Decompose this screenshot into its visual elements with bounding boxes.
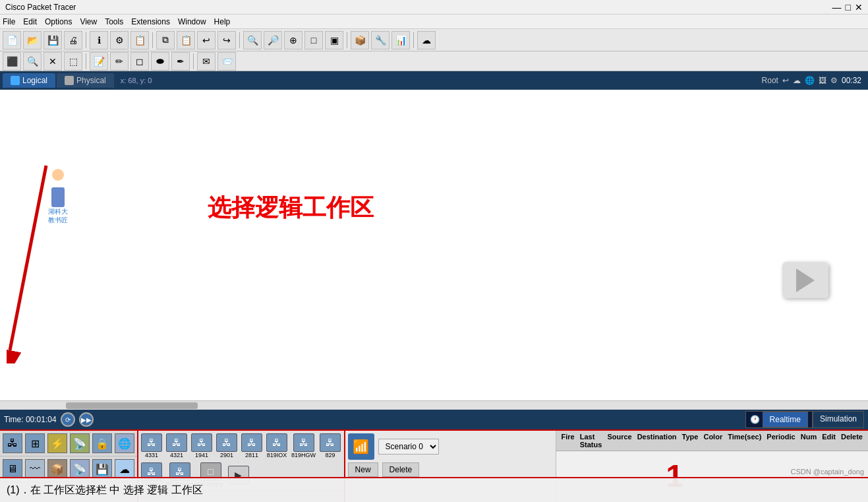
menu-edit[interactable]: Edit: [23, 17, 37, 26]
copy-btn[interactable]: ⧉: [156, 31, 175, 49]
cloud-nav-icon[interactable]: ☁: [793, 76, 801, 85]
switch-icon[interactable]: ⊞: [25, 433, 45, 453]
cloud-btn[interactable]: ☁: [417, 31, 436, 49]
instruction-overlay: (1)．在 工作区选择栏 中 选择 逻辑 工作区 CSDN @captain_d…: [0, 477, 868, 502]
zoom-out[interactable]: 🔎: [264, 31, 282, 49]
image-icon[interactable]: 🖼: [819, 76, 826, 85]
antenna-icon[interactable]: 📡: [70, 459, 90, 479]
cluster[interactable]: 🔧: [371, 31, 390, 49]
misc-icon[interactable]: 📦: [47, 459, 67, 479]
reset-time-btn[interactable]: ⟳: [61, 412, 75, 427]
activity-wizard[interactable]: 📋: [130, 31, 149, 49]
wireless-icon[interactable]: 📡: [70, 433, 90, 453]
zoom-fit[interactable]: □: [304, 31, 323, 49]
comp-829[interactable]: 🖧 829: [320, 433, 341, 458]
ellipse-tool[interactable]: ⬬: [151, 52, 169, 71]
pc-icon[interactable]: 🖥: [3, 459, 22, 479]
menu-bar: File Edit Options View Tools Extensions …: [0, 15, 868, 29]
clock-icon: 🕐: [750, 415, 760, 424]
tsep1: [86, 53, 86, 69]
col-fire: Fire: [559, 432, 577, 449]
play-button-overlay[interactable]: [782, 262, 828, 298]
toolbar2: ⬛ 🔍 ✕ ⬚ 📝 ✏ ◻ ⬬ ✒ ✉ 📨: [0, 51, 868, 71]
sep1: [86, 32, 86, 48]
character-figure: 湖科大 教书匠: [45, 169, 71, 205]
network-info[interactable]: ℹ: [90, 31, 108, 49]
menu-help[interactable]: Help: [214, 17, 231, 26]
freeform-tool[interactable]: ✒: [171, 52, 190, 71]
undo-btn[interactable]: ↩: [197, 31, 216, 49]
realtime-simulation-toggle: 🕐 Realtime Simulation: [745, 411, 864, 428]
preferences[interactable]: ⚙: [110, 31, 129, 49]
wan-icon[interactable]: 🌐: [115, 433, 134, 453]
col-last-status: Last Status: [577, 432, 605, 449]
realtime-btn[interactable]: Realtime: [763, 412, 808, 427]
tab-logical[interactable]: Logical: [3, 73, 55, 88]
menu-file[interactable]: File: [3, 17, 15, 26]
note-tool[interactable]: 📝: [90, 52, 108, 71]
new-scenario-btn[interactable]: New: [348, 462, 378, 477]
simulation-btn[interactable]: Simulation: [813, 411, 864, 428]
close-btn[interactable]: ✕: [855, 2, 863, 13]
logical-icon: [11, 76, 20, 85]
comp-4321-label: 4321: [170, 452, 183, 458]
select-tool[interactable]: ⬛: [3, 52, 21, 71]
comp-2811[interactable]: 🖧 2811: [241, 433, 262, 458]
comp-4321[interactable]: 🖧 4321: [166, 433, 187, 458]
instruction-text: (1)．在 工作区选择栏 中 选择 逻辑 工作区: [7, 484, 203, 497]
menu-options[interactable]: Options: [45, 17, 72, 26]
pdu-tool[interactable]: 📨: [217, 52, 236, 71]
pdu-list[interactable]: 📊: [391, 31, 410, 49]
zoom-custom[interactable]: ▣: [325, 31, 343, 49]
security-icon[interactable]: 🔒: [92, 433, 112, 453]
comp-2901-label: 2901: [220, 452, 233, 458]
zoom-in[interactable]: 🔍: [243, 31, 262, 49]
rect-tool[interactable]: ◻: [130, 52, 149, 71]
col-type: Type: [680, 432, 701, 449]
inspect-tool[interactable]: 🔍: [23, 52, 42, 71]
redo-btn[interactable]: ↪: [217, 31, 236, 49]
comp-2901[interactable]: 🖧 2901: [216, 433, 237, 458]
menu-tools[interactable]: Tools: [105, 17, 123, 26]
settings-icon[interactable]: ⚙: [830, 76, 838, 85]
comp-819iox-label: 819IOX: [267, 452, 287, 458]
minimize-btn[interactable]: —: [832, 2, 842, 13]
h-scrollbar[interactable]: [0, 400, 868, 410]
menu-extensions[interactable]: Extensions: [131, 17, 170, 26]
line-tool[interactable]: ✏: [110, 52, 129, 71]
delete-tool[interactable]: ✕: [43, 52, 62, 71]
resize-tool[interactable]: ⬚: [64, 52, 82, 71]
comp-819iox[interactable]: 🖧 819IOX: [266, 433, 287, 458]
scenario-select[interactable]: Scenario 0: [378, 439, 439, 455]
cable-icon[interactable]: 〰: [25, 459, 45, 479]
globe-icon[interactable]: 🌐: [805, 76, 815, 85]
comp-4331[interactable]: 🖧 4331: [141, 433, 162, 458]
h-scroll-thumb[interactable]: [66, 402, 198, 409]
delete-scenario-btn[interactable]: Delete: [382, 462, 420, 477]
message-tool[interactable]: ✉: [197, 52, 216, 71]
red-arrow: [7, 159, 211, 363]
new-btn[interactable]: 📄: [3, 31, 21, 49]
zoom-reset[interactable]: ⊕: [284, 31, 303, 49]
save-btn[interactable]: 💾: [43, 31, 62, 49]
sensor-icon[interactable]: 💾: [92, 459, 112, 479]
router-icon[interactable]: 🖧: [3, 433, 22, 453]
comp-1941[interactable]: 🖧 1941: [191, 433, 212, 458]
paste-btn[interactable]: 📋: [177, 31, 195, 49]
window-controls[interactable]: — □ ✕: [832, 2, 863, 13]
back-icon[interactable]: ↩: [782, 76, 789, 85]
comp-1941-icon: 🖧: [191, 433, 212, 452]
physical-icon: [65, 76, 74, 85]
comp-819hgw[interactable]: 🖧 819HGW: [291, 433, 316, 458]
custom-device[interactable]: 📦: [351, 31, 369, 49]
menu-window[interactable]: Window: [178, 17, 206, 26]
hub-icon[interactable]: ⚡: [47, 433, 67, 453]
open-btn[interactable]: 📂: [23, 31, 42, 49]
print-btn[interactable]: 🖨: [64, 31, 82, 49]
maximize-btn[interactable]: □: [846, 2, 851, 13]
scenario-icon: 📶: [348, 433, 374, 460]
cloud-device-icon[interactable]: ☁: [115, 459, 134, 479]
step-btn[interactable]: ▶▶: [79, 412, 94, 427]
menu-view[interactable]: View: [80, 17, 97, 26]
tab-physical[interactable]: Physical: [57, 73, 114, 88]
